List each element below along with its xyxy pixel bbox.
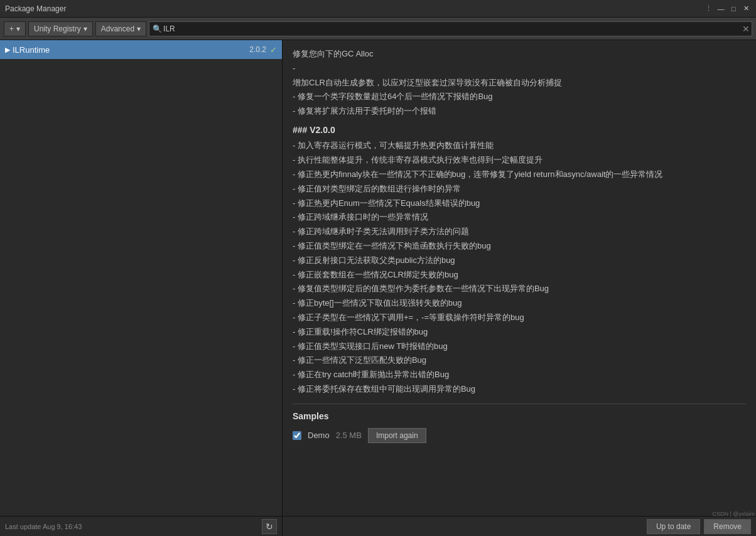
- changelog-item: - 修正子类型在一些情况下调用+=，-=等重载操作符时异常的bug: [293, 311, 746, 324]
- search-input[interactable]: [149, 21, 752, 36]
- toolbar: + ▾ Unity Registry ▾ Advanced ▾ 🔍 ✕: [0, 18, 756, 40]
- add-icon: +: [9, 24, 14, 33]
- search-wrapper: 🔍 ✕: [149, 21, 752, 36]
- title-bar: Package Manager ⋮ — □ ✕: [0, 0, 756, 18]
- watermark: CSDN | @yxlaim: [713, 511, 755, 517]
- more-options-btn[interactable]: ⋮: [703, 4, 713, 14]
- changelog-item: - 修复一个类字段数量超过64个后一些情况下报错的Bug: [293, 90, 746, 104]
- maximize-btn[interactable]: □: [728, 4, 738, 14]
- changelog-item: - 修正在try catch时重新抛出异常出错的Bug: [293, 368, 746, 382]
- remove-button[interactable]: Remove: [704, 519, 751, 534]
- registry-dropdown-arrow: ▾: [84, 24, 87, 33]
- right-footer: Up to date Remove: [283, 516, 756, 536]
- package-item[interactable]: ▶ ILRuntime 2.0.2 ✓: [0, 40, 282, 59]
- close-btn[interactable]: ✕: [741, 4, 751, 14]
- changelog-item: - 修正反射接口无法获取父类public方法的bug: [293, 254, 746, 267]
- changelog-item: 增加CLR自动生成参数，以应对泛型嵌套过深导致没有正确被自动分析捕捉: [293, 77, 746, 90]
- package-list: ▶ ILRuntime 2.0.2 ✓: [0, 40, 282, 516]
- samples-title: Samples: [293, 409, 746, 423]
- minimize-btn[interactable]: —: [716, 4, 726, 14]
- changelog-pre-v200: 修复您向下的GC Alloc - 增加CLR自动生成参数，以应对泛型嵌套过深导致…: [293, 48, 746, 118]
- search-clear-button[interactable]: ✕: [742, 24, 750, 34]
- left-footer: Last update Aug 9, 16:43 ↻: [0, 516, 282, 536]
- changelog-item: - 修正值对类型绑定后的数组进行操作时的异常: [293, 183, 746, 196]
- registry-dropdown[interactable]: Unity Registry ▾: [28, 21, 93, 36]
- changelog-item: - 修正值类型绑定在一些情况下构造函数执行失败的bug: [293, 240, 746, 253]
- add-dropdown-arrow: ▾: [16, 24, 20, 33]
- changelog-item: - 修正将委托保存在数组中可能出现调用异常的Bug: [293, 383, 746, 396]
- changelog-item: - 修正值类型实现接口后new T时报错的bug: [293, 340, 746, 353]
- changelog-content: 修复您向下的GC Alloc - 增加CLR自动生成参数，以应对泛型嵌套过深导致…: [283, 40, 756, 516]
- advanced-dropdown[interactable]: Advanced ▾: [95, 21, 146, 36]
- left-panel: ▶ ILRuntime 2.0.2 ✓ Last update Aug 9, 1…: [0, 40, 283, 536]
- sample-name: Demo: [308, 429, 330, 442]
- changelog-item: - 修正一些情况下泛型匹配失败的Bug: [293, 354, 746, 367]
- changelog-item: - 修正热更内finnaly块在一些情况下不正确的bug，连带修复了yield …: [293, 168, 746, 181]
- right-panel: 修复您向下的GC Alloc - 增加CLR自动生成参数，以应对泛型嵌套过深导致…: [283, 40, 756, 536]
- registry-label: Unity Registry: [34, 24, 81, 33]
- refresh-button[interactable]: ↻: [262, 519, 277, 534]
- main-layout: ▶ ILRuntime 2.0.2 ✓ Last update Aug 9, 1…: [0, 40, 756, 536]
- package-name: ILRuntime: [13, 45, 249, 55]
- changelog-item: - 修正重载!操作符CLR绑定报错的bug: [293, 326, 746, 339]
- package-arrow-icon: ▶: [5, 46, 10, 54]
- add-package-button[interactable]: + ▾: [4, 21, 26, 36]
- changelog-item: 修复您向下的GC Alloc: [293, 48, 746, 61]
- changelog-v200: ### V2.0.0 - 加入寄存器运行模式，可大幅提升热更内数值计算性能 - …: [293, 123, 746, 396]
- up-to-date-button[interactable]: Up to date: [647, 519, 700, 534]
- changelog-item: - 修复将扩展方法用于委托时的一个报错: [293, 105, 746, 118]
- package-version: 2.0.2: [249, 45, 266, 54]
- changelog-item: - 修正嵌套数组在一些情况CLR绑定失败的bug: [293, 269, 746, 282]
- sample-checkbox[interactable]: [293, 431, 301, 440]
- changelog-item: - 修正跨域继承接口时的一些异常情况: [293, 211, 746, 224]
- changelog-item: - 修正热更内Enum一些情况下Equals结果错误的bug: [293, 197, 746, 210]
- changelog-v200-heading: ### V2.0.0: [293, 123, 746, 137]
- advanced-dropdown-arrow: ▾: [137, 24, 141, 33]
- changelog-item: - 修复值类型绑定后的值类型作为委托参数在一些情况下出现异常的Bug: [293, 282, 746, 296]
- window-controls: ⋮ — □ ✕: [703, 4, 751, 14]
- import-again-button[interactable]: Import again: [368, 428, 426, 443]
- advanced-label: Advanced: [101, 24, 134, 33]
- samples-section: Samples Demo 2.5 MB Import again: [293, 404, 746, 443]
- sample-row: Demo 2.5 MB Import again: [293, 428, 746, 443]
- sample-size: 2.5 MB: [336, 429, 362, 442]
- changelog-item: - 修正byte[]一些情况下取值出现强转失败的bug: [293, 297, 746, 310]
- last-update-label: Last update Aug 9, 16:43: [5, 523, 82, 530]
- window-title: Package Manager: [5, 4, 66, 13]
- package-check-icon: ✓: [270, 45, 277, 55]
- changelog-item: - 修正跨域继承时子类无法调用到子类方法的问题: [293, 225, 746, 239]
- changelog-item: - 加入寄存器运行模式，可大幅提升热更内数值计算性能: [293, 139, 746, 153]
- changelog-item: - 执行性能整体提升，传统非寄存器模式执行效率也得到一定幅度提升: [293, 154, 746, 167]
- changelog-item: -: [293, 62, 746, 75]
